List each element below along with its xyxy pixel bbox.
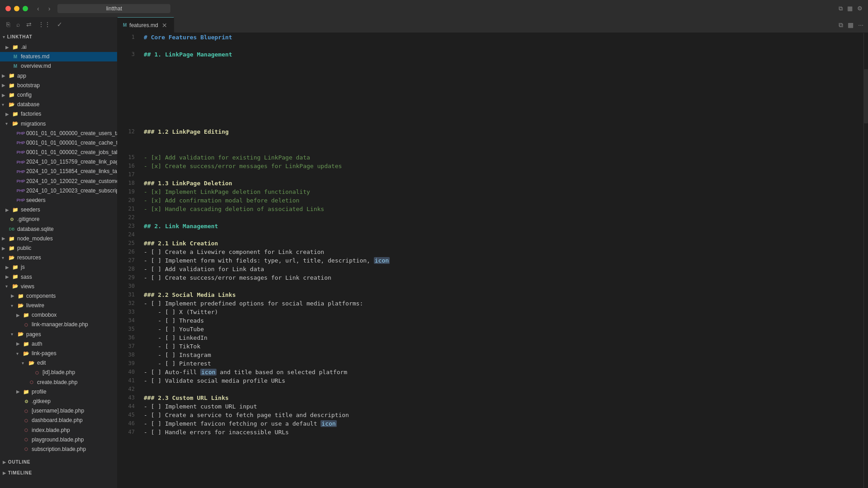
line-text: - [x] Create success/error messages for … (144, 162, 342, 170)
outline-section-header[interactable]: ▶ OUTLINE (0, 457, 117, 468)
item-label: playground.blade.php (32, 436, 84, 444)
sidebar-item-factories[interactable]: ▶ 📁 factories (0, 109, 117, 119)
code-line-15: - [x] Add validation for existing LinkPa… (144, 153, 863, 162)
sidebar-item-seeders[interactable]: ▶ 📁 seeders (0, 205, 117, 215)
editor-with-minimap: 1 3 12 15 (118, 33, 868, 488)
toggle-panel-icon[interactable]: ▦ (847, 20, 854, 29)
item-label: create.blade.php (37, 378, 77, 387)
line-text: ### 2.1 Link Creation (144, 239, 218, 248)
sidebar-item-pages[interactable]: ▾ 📂 pages (0, 330, 117, 339)
sidebar-item-mig1[interactable]: PHP 0001_01_01_000000_create_users_table… (0, 129, 117, 138)
sidebar-item-gitignore[interactable]: ⚙ .gitignore (0, 215, 117, 224)
sidebar-item-node-modules[interactable]: ▶ 📁 node_modules (0, 234, 117, 244)
sidebar-item-livewire[interactable]: ▾ 📂 livewire (0, 301, 117, 310)
folder-icon: 📁 (12, 264, 19, 271)
search-icon[interactable]: ⌕ (14, 20, 22, 29)
split-editor-icon[interactable]: ⧉ (839, 5, 843, 12)
settings-icon[interactable]: ⚙ (857, 5, 863, 12)
sidebar-item-mig4[interactable]: PHP 2024_10_10_115759_create_link_pages_… (0, 157, 117, 167)
sidebar-item-public[interactable]: ▶ 📁 public (0, 244, 117, 253)
sidebar-item-link-pages[interactable]: ▾ 📂 link-pages (0, 349, 117, 358)
item-label: bootstrap (17, 81, 40, 90)
editor-scroll[interactable]: 1 3 12 15 (118, 33, 863, 488)
sidebar-item-features-md[interactable]: M features.md (0, 52, 117, 61)
sidebar-item-mig7[interactable]: PHP 2024_10_10_120023_create_subscriptio… (0, 186, 117, 196)
code-line-10 (144, 110, 863, 119)
sidebar-item-playground-blade[interactable]: ⬡ playground.blade.php (0, 435, 117, 445)
sidebar-item-combobox[interactable]: ▶ 📁 combobox (0, 310, 117, 320)
git-icon: ⚙ (23, 398, 30, 405)
sidebar-item-id-blade[interactable]: ⬡ [id].blade.php (0, 368, 117, 377)
sidebar-item-subscription-blade[interactable]: ⬡ subscription.blade.php (0, 445, 117, 454)
tab-close-button[interactable]: ✕ (161, 22, 168, 29)
sidebar-item-dashboard-blade[interactable]: ⬡ dashboard.blade.php (0, 416, 117, 425)
new-file-icon[interactable]: ⎘ (5, 20, 12, 29)
sidebar-item-index-blade[interactable]: ⬡ index.blade.php (0, 426, 117, 435)
search-bar[interactable] (57, 4, 170, 13)
sidebar-item-app[interactable]: ▶ 📁 app (0, 71, 117, 81)
item-label: components (26, 292, 56, 300)
sidebar-item-mig5[interactable]: PHP 2024_10_10_115854_create_links_table… (0, 167, 117, 176)
blade-icon: ⬡ (23, 446, 30, 453)
sidebar-item-migrations[interactable]: ▾ 📂 migrations (0, 119, 117, 129)
timeline-section-header[interactable]: ▶ TIMELINE (0, 468, 117, 479)
sidebar-item-profile[interactable]: ▶ 📁 profile (0, 387, 117, 397)
code-line-2 (144, 42, 863, 50)
sidebar-item-mig6[interactable]: PHP 2024_10_10_120022_create_customer_co… (0, 177, 117, 186)
code-line-18: ### 1.3 LinkPage Deletion (144, 179, 863, 188)
layout-icon[interactable]: ▦ (847, 5, 853, 12)
sidebar-item-auth[interactable]: ▶ 📁 auth (0, 339, 117, 349)
split-editor-icon[interactable]: ⧉ (838, 20, 844, 30)
minimap[interactable] (863, 33, 868, 488)
main-layout: ⎘ ⌕ ⇄ ⋮⋮ ✓ ▾ LINKTHAT ▶ 📁 .ai M features… (0, 17, 868, 488)
sidebar-item-database[interactable]: ▾ 📂 database (0, 100, 117, 109)
source-control-icon[interactable]: ⇄ (24, 20, 33, 29)
maximize-button[interactable] (23, 6, 28, 11)
titlebar: ‹ › ⧉ ▦ ⚙ (0, 0, 868, 17)
back-button[interactable]: ‹ (35, 4, 41, 13)
item-label: profile (32, 388, 47, 396)
sidebar-item-gitkeep[interactable]: ⚙ .gitkeep (0, 397, 117, 406)
sidebar-item-sqlite[interactable]: DB database.sqlite (0, 225, 117, 234)
code-line-29: - [ ] Create success/error messages for … (144, 273, 863, 282)
close-button[interactable] (5, 6, 11, 11)
md-icon: M (12, 53, 19, 61)
sidebar-item-resources[interactable]: ▾ 📂 resources (0, 253, 117, 263)
sidebar-item-overview-md[interactable]: M overview.md (0, 61, 117, 71)
tab-bar: M features.md ✕ ⧉ ▦ ··· (118, 17, 868, 33)
sidebar-item-edit[interactable]: ▾ 📂 edit (0, 358, 117, 368)
code-line-31: ### 2.2 Social Media Links (144, 291, 863, 299)
sidebar-item-username-blade[interactable]: ⬡ [username].blade.php (0, 406, 117, 416)
more-actions-icon[interactable]: ··· (857, 20, 864, 29)
code-line-5 (144, 67, 863, 76)
line-text: - [x] Handle cascading deletion of assoc… (144, 205, 324, 213)
blade-icon: ⬡ (23, 417, 30, 424)
minimize-button[interactable] (14, 6, 19, 11)
sidebar-item-components[interactable]: ▶ 📁 components (0, 291, 117, 301)
php-icon: PHP (17, 159, 24, 166)
check-icon[interactable]: ✓ (55, 20, 64, 29)
line-text: - [ ] Create success/error messages for … (144, 273, 331, 282)
sidebar-item-mig3[interactable]: PHP 0001_01_01_000002_create_jobs_table.… (0, 148, 117, 157)
sidebar-item-js[interactable]: ▶ 📁 js (0, 263, 117, 272)
code-line-20: - [x] Add confirmation modal before dele… (144, 196, 863, 205)
code-line-22 (144, 213, 863, 222)
sidebar-item-sass[interactable]: ▶ 📁 sass (0, 272, 117, 282)
code-line-7 (144, 84, 863, 93)
sidebar-item-config[interactable]: ▶ 📁 config (0, 90, 117, 100)
sidebar-item-ai[interactable]: ▶ 📁 .ai (0, 42, 117, 52)
code-line-36: - [ ] LinkedIn (144, 333, 863, 342)
sidebar-item-bootstrap[interactable]: ▶ 📁 bootstrap (0, 81, 117, 90)
sidebar-item-create-blade[interactable]: ⬡ create.blade.php (0, 378, 117, 387)
sidebar-item-link-manager[interactable]: ⬡ link-manager.blade.php (0, 320, 117, 329)
sidebar-item-views[interactable]: ▾ 📂 views (0, 282, 117, 291)
extensions-icon[interactable]: ⋮⋮ (36, 20, 52, 29)
explorer-header[interactable]: ▾ LINKTHAT (0, 32, 117, 42)
tab-features-md[interactable]: M features.md ✕ (118, 17, 174, 33)
forward-button[interactable]: › (47, 4, 52, 13)
sidebar-item-mig2[interactable]: PHP 0001_01_01_000001_create_cache_table… (0, 138, 117, 148)
sidebar-item-mig8[interactable]: PHP seeders (0, 196, 117, 205)
code-content[interactable]: # Core Features Blueprint ## 1. LinkPage… (139, 33, 863, 436)
code-line-39: - [ ] Pinterest (144, 359, 863, 368)
line-text: - [ ] Implement form with fields: type, … (144, 256, 390, 265)
